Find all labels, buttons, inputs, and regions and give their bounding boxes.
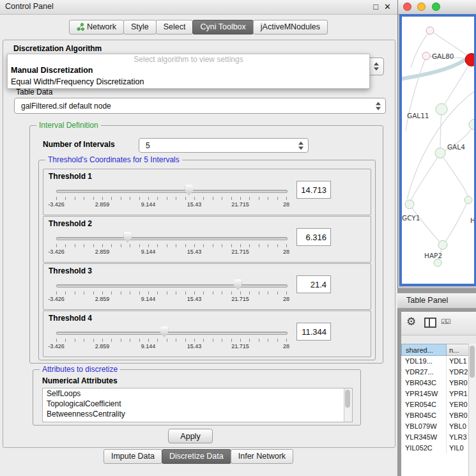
tick-label: 9.144 [141,296,156,302]
tick-label: 21.715 [231,343,249,349]
threshold-panel: Threshold 4 -3.426 2.859 9.144 15.43 21.… [43,311,371,357]
slider-track[interactable] [56,284,288,288]
minimize-traffic-light[interactable] [417,3,426,11]
bottom-tab-bar: Impute Data Discretize Data Infer Networ… [0,449,397,464]
threshold-label: Threshold 1 [49,172,92,181]
select-columns-icon[interactable]: ☑☑ [441,318,450,325]
tick-label: 28 [283,343,289,349]
slider-thumb[interactable] [160,326,169,337]
close-traffic-light[interactable] [403,3,411,11]
numerical-attributes-list[interactable]: SelfLoops TopologicalCoefficient Between… [42,388,353,422]
tick-label: 28 [283,201,289,208]
close-icon[interactable]: ✕ [384,2,391,12]
svg-text:GAL11: GAL11 [407,112,429,119]
svg-text:H: H [470,217,474,224]
tick-label: 28 [283,249,289,255]
table-row[interactable]: YBL079WYBL0 [401,421,469,432]
number-of-intervals-label: Number of Intervals [43,140,115,149]
popup-item-equal-width[interactable]: Equal Width/Frequency Discretization [8,76,369,88]
network-window: GAL80GAL11GAL4GCY1HAP2H [397,0,476,288]
float-window-icon[interactable]: □ [373,2,378,12]
zoom-traffic-light[interactable] [432,3,440,11]
tab-impute-data[interactable]: Impute Data [104,449,162,464]
stepper-icon [376,102,381,110]
tab-discretize-data[interactable]: Discretize Data [162,449,231,464]
control-panel-titlebar: Control Panel □ ✕ [0,0,397,15]
interval-definition-group: Interval Definition Number of Intervals … [29,125,383,364]
slider-scale: -3.426 2.859 9.144 15.43 21.715 28 [56,201,286,208]
threshold-label: Threshold 2 [49,219,92,228]
slider-ticks [56,339,287,342]
threshold-value-input[interactable] [296,228,331,246]
slider-scale: -3.426 2.859 9.144 15.43 21.715 28 [56,296,286,303]
list-item[interactable]: SelfLoops [43,388,352,399]
threshold-slider[interactable]: -3.426 2.859 9.144 15.43 21.715 28 [56,279,286,307]
threshold-value-input[interactable] [296,323,331,341]
table-row[interactable]: YPR145WYPR1 [401,388,469,399]
tick-label: 15.43 [187,343,202,349]
table-scrollbar-thumb[interactable] [470,346,475,378]
threshold-value-input[interactable] [296,181,331,199]
slider-thumb[interactable] [123,232,132,243]
tab-select[interactable]: Select [156,20,194,35]
table-panel-title: Table Panel [406,296,448,305]
control-panel: Control Panel □ ✕ Network Style Select C… [0,0,398,476]
table-data-combo[interactable]: galFiltered.sif default node [14,98,386,114]
table-row[interactable]: YBR043CYBR0 [401,378,469,388]
combo-value: 5 [146,141,150,150]
slider-scale: -3.426 2.859 9.144 15.43 21.715 28 [56,343,286,350]
tab-style[interactable]: Style [123,20,157,35]
slider-ticks [56,197,287,200]
tick-label: 28 [283,296,289,302]
apply-button[interactable]: Apply [168,429,213,443]
tab-label: Style [131,22,149,31]
list-scrollbar-thumb[interactable] [345,390,350,408]
tick-label: -3.426 [48,296,65,302]
network-canvas[interactable]: GAL80GAL11GAL4GCY1HAP2H [399,14,476,286]
table-row[interactable]: YBR045CYBR0 [401,410,469,421]
threshold-slider[interactable]: -3.426 2.859 9.144 15.43 21.715 28 [56,326,286,355]
threshold-value-input[interactable] [296,275,331,293]
tab-infer-network[interactable]: Infer Network [231,449,293,464]
popup-item-manual-discretization[interactable]: Manual Discretization [8,65,369,76]
tab-label: jActiveMNodules [261,22,320,31]
threshold-slider[interactable]: -3.426 2.859 9.144 15.43 21.715 28 [56,185,286,213]
tab-jactivemnodules[interactable]: jActiveMNodules [253,20,328,35]
slider-thumb[interactable] [234,279,242,290]
slider-track[interactable] [56,190,288,193]
tab-cyni-toolbox[interactable]: Cyni Toolbox [192,20,253,35]
panel-title: Control Panel [5,2,54,11]
table-row[interactable]: YER054CYER0 [401,399,469,410]
number-of-intervals-combo[interactable]: 5 [139,138,309,153]
tick-label: 15.43 [187,296,202,302]
tab-network[interactable]: Network [69,20,124,35]
table-row[interactable]: YDR27...YDR2 [401,367,469,378]
cyni-toolbox-panel: Discretization Algorithm Select algorith… [3,40,395,448]
tick-label: 21.715 [231,249,249,255]
threshold-panel: Threshold 1 -3.426 2.859 9.144 15.43 21.… [43,169,371,215]
tab-label: Network [87,22,116,31]
column-header-name[interactable]: n... [447,344,469,356]
tab-label: Cyni Toolbox [200,22,245,31]
attributes-group: Attributes to discretize Numerical Attri… [33,369,361,426]
slider-track[interactable] [56,332,288,335]
slider-thumb[interactable] [185,185,193,196]
threshold-slider[interactable]: -3.426 2.859 9.144 15.43 21.715 28 [56,232,286,260]
column-header-shared-name[interactable]: shared... [401,344,447,356]
svg-text:HAP2: HAP2 [424,252,442,259]
slider-ticks [56,244,287,247]
numerical-attributes-label: Numerical Attributes [42,376,118,385]
list-item[interactable]: BetweennessCentrality [43,409,352,419]
table-row[interactable]: YLR345WYLR3 [401,432,469,443]
gear-icon[interactable]: ⚙ [406,315,416,328]
columns-icon[interactable] [424,318,436,328]
network-window-titlebar [398,0,476,15]
slider-track[interactable] [56,237,288,240]
group-title: Interval Definition [36,121,101,130]
table-row[interactable]: YDL19...YDL1 [401,356,469,367]
tab-label: Discretize Data [169,452,224,461]
list-item[interactable]: TopologicalCoefficient [43,399,352,409]
table-scrollbar[interactable] [468,344,476,476]
list-scrollbar[interactable] [344,388,352,422]
table-row[interactable]: YIL052CYIL0 [401,443,469,454]
